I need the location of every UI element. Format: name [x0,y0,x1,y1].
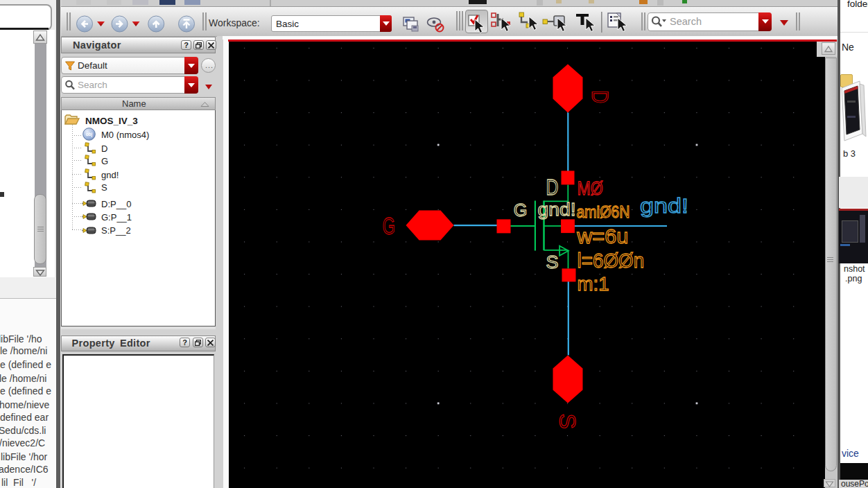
svg-text:w=6u: w=6u [576,224,628,247]
svg-text:obj: obj [86,132,93,137]
svg-text:m:1: m:1 [577,273,609,295]
svg-text:D: D [546,175,558,200]
svg-text:gnd!: gnd! [537,198,575,219]
svg-text:amiØ6N: amiØ6N [576,203,630,221]
svg-text:S: S [546,252,558,272]
svg-text:gnd!: gnd! [640,194,688,217]
svg-text:l=6ØØn: l=6ØØn [577,248,643,271]
svg-text:G: G [513,200,527,220]
svg-text:G: G [382,212,394,239]
svg-text:D: D [587,90,612,103]
svg-text:S: S [555,413,581,428]
svg-text:MØ: MØ [577,177,602,198]
